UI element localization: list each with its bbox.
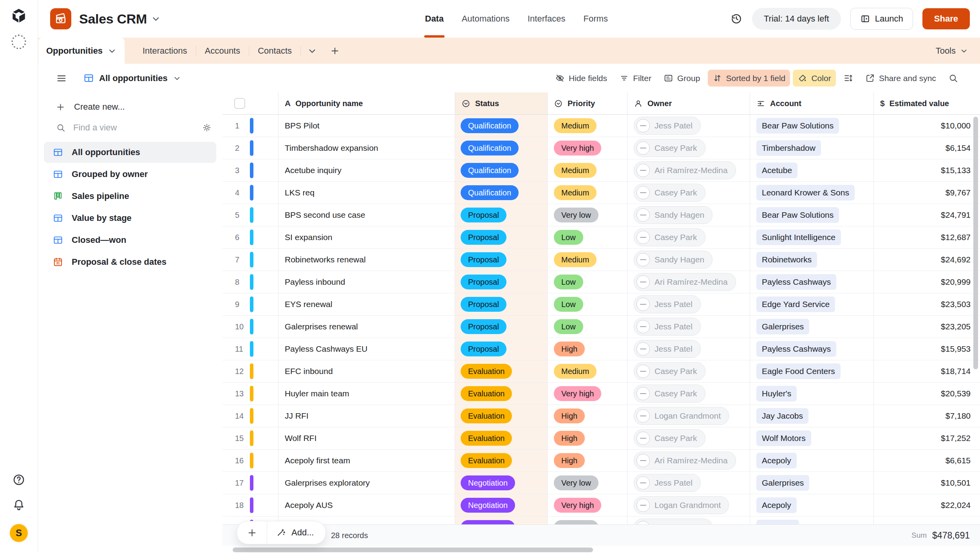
cell-opportunity-name[interactable]: JJ RFI xyxy=(278,405,455,427)
cell-opportunity-name[interactable]: BPS second use case xyxy=(278,204,455,226)
cell-owner[interactable]: Casey Park xyxy=(627,226,750,248)
chevron-down-icon[interactable] xyxy=(151,14,161,24)
cell-estimated-value[interactable]: $16,616 xyxy=(874,517,980,524)
share-sync-button[interactable]: Share and sync xyxy=(861,70,941,87)
cell-status[interactable]: Evaluation xyxy=(455,450,548,472)
cell-account[interactable]: Acetube xyxy=(750,159,874,181)
column-header-priority[interactable]: Priority xyxy=(548,92,627,114)
cell-priority[interactable]: Low xyxy=(548,316,627,338)
tab-accounts[interactable]: Accounts xyxy=(196,46,249,56)
cell-owner[interactable]: Ari Ramírez-Medina xyxy=(627,450,750,472)
cell-status[interactable]: Proposal xyxy=(455,316,548,338)
cell-owner[interactable]: Jess Patel xyxy=(627,472,750,494)
row-number-cell[interactable]: 17 xyxy=(222,472,278,494)
cell-priority[interactable]: Medium xyxy=(548,159,627,181)
trial-badge[interactable]: Trial: 14 days left xyxy=(752,8,841,30)
cell-status[interactable]: Proposal xyxy=(455,226,548,248)
cell-account[interactable]: Bear Paw Solutions xyxy=(750,204,874,226)
cell-estimated-value[interactable]: $22,024 xyxy=(874,494,980,516)
cell-estimated-value[interactable]: $6,615 xyxy=(874,450,980,472)
cell-estimated-value[interactable]: $12,687 xyxy=(874,226,980,248)
tab-interactions[interactable]: Interactions xyxy=(134,46,196,56)
row-number-cell[interactable]: 18 xyxy=(222,494,278,516)
row-number-cell[interactable]: 12 xyxy=(222,360,278,382)
cell-status[interactable]: Evaluation xyxy=(455,427,548,449)
notifications-bell-icon[interactable] xyxy=(12,498,25,511)
cell-owner[interactable]: Logan Grandmont xyxy=(627,494,750,516)
create-new-view-button[interactable]: Create new... xyxy=(56,102,222,112)
cell-status[interactable]: Proposal xyxy=(455,271,548,293)
cell-account[interactable]: Payless Cashways xyxy=(750,271,874,293)
table-row[interactable]: 8 Payless inbound Proposal Low Ari Ramír… xyxy=(222,271,980,293)
cell-priority[interactable]: Medium xyxy=(548,115,627,137)
vertical-scrollbar-thumb[interactable] xyxy=(973,117,978,369)
nav-forms[interactable]: Forms xyxy=(584,0,608,38)
page-title[interactable]: Sales CRM xyxy=(79,11,147,27)
table-row[interactable]: 18 Acepoly AUS Negotiation Very high Log… xyxy=(222,494,980,517)
cell-status[interactable]: Negotiation xyxy=(455,517,548,524)
cell-priority[interactable]: Very low xyxy=(548,472,627,494)
cell-priority[interactable]: Very low xyxy=(548,517,627,524)
cell-status[interactable]: Proposal xyxy=(455,338,548,360)
cell-owner[interactable]: Casey Park xyxy=(627,137,750,159)
row-number-cell[interactable]: 9 xyxy=(222,293,278,315)
cell-account[interactable]: Robinetworks xyxy=(750,249,874,271)
cell-account[interactable]: Acepoly xyxy=(750,494,874,516)
cell-estimated-value[interactable]: $17,252 xyxy=(874,427,980,449)
filter-button[interactable]: Filter xyxy=(615,70,656,87)
row-number-cell[interactable]: 2 xyxy=(222,137,278,159)
cell-priority[interactable]: Very high xyxy=(548,137,627,159)
help-icon[interactable] xyxy=(12,473,25,486)
cell-owner[interactable]: Jess Patel xyxy=(627,338,750,360)
table-row[interactable]: 17 Galerprises exploratory Negotiation V… xyxy=(222,472,980,494)
cell-estimated-value[interactable]: $15,953 xyxy=(874,338,980,360)
table-row[interactable]: 4 LKS req Qualification Medium Casey Par… xyxy=(222,182,980,204)
row-number-cell[interactable]: 4 xyxy=(222,182,278,204)
column-header-owner[interactable]: Owner xyxy=(627,92,750,114)
cell-opportunity-name[interactable]: SI expansion xyxy=(278,226,455,248)
cell-status[interactable]: Evaluation xyxy=(455,360,548,382)
cell-opportunity-name[interactable]: Galerprises renewal xyxy=(278,316,455,338)
cell-estimated-value[interactable]: $23,503 xyxy=(874,293,980,315)
avatar[interactable]: S xyxy=(9,523,29,543)
row-height-button[interactable] xyxy=(839,70,858,87)
history-icon[interactable] xyxy=(730,13,743,25)
cell-priority[interactable]: Medium xyxy=(548,360,627,382)
cell-status[interactable]: Proposal xyxy=(455,293,548,315)
cell-estimated-value[interactable]: $10,000 xyxy=(874,115,980,137)
cell-account[interactable]: Jay Jacobs xyxy=(750,405,874,427)
table-row[interactable]: 6 SI expansion Proposal Low Casey Park S… xyxy=(222,226,980,249)
share-button[interactable]: Share xyxy=(922,8,970,29)
sidebar-view-value-by-stage[interactable]: Value by stage xyxy=(44,208,216,229)
cell-estimated-value[interactable]: $9,767 xyxy=(874,182,980,204)
cell-priority[interactable]: Low xyxy=(548,293,627,315)
cell-status[interactable]: Evaluation xyxy=(455,405,548,427)
row-number-cell[interactable]: 7 xyxy=(222,249,278,271)
row-number-cell[interactable]: 10 xyxy=(222,316,278,338)
cell-owner[interactable]: Sandy Hagen xyxy=(627,249,750,271)
add-record-button[interactable] xyxy=(237,521,267,544)
cell-opportunity-name[interactable]: Timbershadow expansion xyxy=(278,137,455,159)
cell-account[interactable]: Acepoly xyxy=(750,450,874,472)
cell-opportunity-name[interactable]: Payless inbound xyxy=(278,271,455,293)
table-row[interactable]: 2 Timbershadow expansion Qualification V… xyxy=(222,137,980,159)
cell-estimated-value[interactable]: $20,539 xyxy=(874,383,980,405)
table-row[interactable]: 7 Robinetworks renewal Proposal Medium S… xyxy=(222,249,980,271)
cell-owner[interactable]: Casey Park xyxy=(627,427,750,449)
cell-opportunity-name[interactable]: LKS req xyxy=(278,182,455,204)
cell-owner[interactable]: Sandy Hagen xyxy=(627,517,750,524)
cell-opportunity-name[interactable]: EYS renewal xyxy=(278,293,455,315)
select-all-checkbox[interactable] xyxy=(234,98,245,109)
cell-account[interactable]: Edge Yard Service xyxy=(750,293,874,315)
hamburger-menu-icon[interactable] xyxy=(56,73,67,84)
sum-summary[interactable]: Sum $478,691 xyxy=(911,525,970,546)
cell-account[interactable]: Bear Paw Solutions xyxy=(750,115,874,137)
table-row[interactable]: 12 EFC inbound Evaluation Medium Casey P… xyxy=(222,360,980,383)
cell-opportunity-name[interactable]: EFC inbound xyxy=(278,360,455,382)
column-header-name[interactable]: AOpportunity name xyxy=(278,92,455,114)
cell-estimated-value[interactable]: $20,999 xyxy=(874,271,980,293)
cell-owner[interactable]: Casey Park xyxy=(627,182,750,204)
cell-owner[interactable]: Casey Park xyxy=(627,360,750,382)
cell-account[interactable]: Sunlight Intelligence xyxy=(750,226,874,248)
cell-owner[interactable]: Casey Park xyxy=(627,383,750,405)
